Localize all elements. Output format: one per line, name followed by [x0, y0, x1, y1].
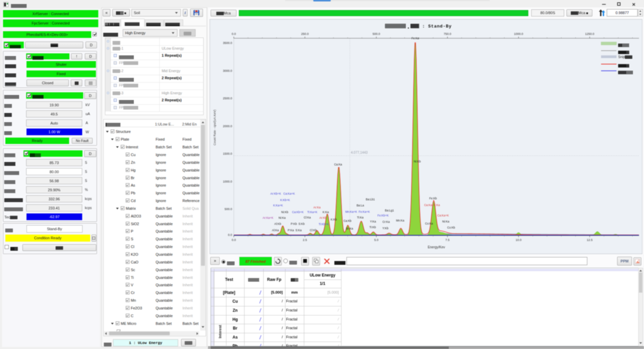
svg-text:Ca:Ka+K:Ka: Ca:Ka+K:Ka	[424, 203, 440, 207]
svg-text:Ar:Ka+K: Ar:Ka+K	[263, 216, 273, 219]
svg-text:3000.0: 3000.0	[223, 69, 232, 72]
svg-text:2500.0: 2500.0	[223, 97, 232, 100]
svg-text:Ti:Kb+K: Ti:Kb+K	[319, 222, 329, 226]
svg-text:Ca:Kb: Ca:Kb	[343, 219, 352, 222]
svg-text:Mn:Ka+K: Mn:Ka+K	[345, 210, 357, 213]
svg-text:0.0: 0.0	[228, 233, 232, 237]
svg-text:P:Ka: P:Ka	[288, 229, 294, 232]
svg-text:Mn:Ka: Mn:Ka	[396, 219, 405, 222]
svg-text:Ti:Ka: Ti:Ka	[357, 216, 364, 219]
svg-text:1000.0: 1000.0	[514, 32, 523, 36]
svg-text:K:Kb+K: K:Kb+K	[280, 198, 290, 202]
svg-text:1250.0: 1250.0	[585, 32, 594, 36]
svg-text:Ni:Ka: Ni:Ka	[279, 216, 286, 219]
svg-text:Fe:Kb: Fe:Kb	[429, 197, 437, 200]
svg-text:Ti:Kb: Ti:Kb	[369, 226, 376, 229]
svg-text:250.0: 250.0	[301, 32, 309, 36]
svg-text:Br:Ka: Br:Ka	[346, 227, 353, 230]
svg-text:Fe:Ka+K: Fe:Ka+K	[359, 210, 370, 213]
svg-text:Ti:Ka+K: Ti:Ka+K	[307, 210, 317, 214]
svg-text:5.0: 5.0	[374, 238, 379, 242]
svg-text:500.0: 500.0	[373, 32, 380, 36]
svg-text:Al:Kb: Al:Kb	[274, 222, 281, 226]
svg-text:10.0: 10.0	[516, 238, 522, 242]
svg-text:Cl:Ka: Cl:Ka	[304, 216, 311, 219]
svg-text:Ca:Kb+K: Ca:Kb+K	[292, 210, 304, 214]
svg-text:Ni:Kb: Ni:Kb	[414, 160, 421, 163]
svg-text:Ca:Ka+K: Ca:Ka+K	[437, 214, 449, 217]
svg-text:Energy/Kev: Energy/Kev	[428, 245, 445, 249]
svg-text:2000.0: 2000.0	[223, 124, 232, 128]
svg-text:7.5: 7.5	[445, 238, 450, 242]
svg-text:Ar:Ka: Ar:Ka	[313, 206, 321, 209]
svg-text:Ar:Kb+K: Ar:Kb+K	[270, 192, 281, 195]
svg-text:K:Ka: K:Ka	[323, 210, 329, 214]
svg-text:Cr:Ka: Cr:Ka	[382, 220, 390, 223]
svg-text:4.077,1443: 4.077,1443	[351, 151, 368, 154]
svg-text:1000.0: 1000.0	[223, 180, 232, 183]
svg-text:Y:Ka: Y:Ka	[370, 220, 376, 223]
svg-text:K:Ka+K: K:Ka+K	[273, 204, 283, 207]
svg-text:500.0: 500.0	[224, 207, 232, 211]
svg-text:Ba:Lg1: Ba:Lg1	[385, 209, 394, 212]
svg-text:12.5: 12.5	[587, 238, 593, 242]
svg-text:Ba:Lb1: Ba:Lb1	[366, 198, 375, 201]
svg-text:P:Kb: P:Kb	[291, 222, 297, 226]
svg-text:Ca:Ka+K: Ca:Ka+K	[283, 192, 295, 195]
svg-text:0.0: 0.0	[232, 238, 236, 242]
svg-text:2.5: 2.5	[303, 238, 307, 242]
svg-text:Co:Kb: Co:Kb	[447, 226, 455, 229]
svg-text:S:Ka: S:Ka	[296, 229, 302, 232]
svg-text:Ni:Ka: Ni:Ka	[442, 220, 449, 223]
svg-text:Al:Ka: Al:Ka	[272, 229, 279, 232]
svg-text:S:Kb: S:Kb	[299, 222, 305, 226]
svg-text:1500.0: 1500.0	[223, 152, 232, 155]
svg-text:Cl:Kb: Cl:Kb	[310, 229, 317, 232]
svg-text:Ni:Kb: Ni:Kb	[281, 210, 288, 214]
svg-text:Fe:Kb+K: Fe:Kb+K	[377, 214, 389, 217]
svg-text:750.0: 750.0	[444, 32, 451, 36]
svg-text:0.0: 0.0	[232, 32, 236, 36]
svg-text:3500.0: 3500.0	[223, 41, 232, 45]
svg-text:Ca:Ka: Ca:Ka	[334, 163, 342, 166]
svg-text:K:Kb: K:Kb	[331, 218, 337, 221]
svg-text:Ar:Kb: Ar:Kb	[319, 216, 327, 219]
svg-text:Co:Ka: Co:Ka	[425, 222, 433, 225]
svg-text:Ba:La: Ba:La	[357, 204, 364, 207]
svg-text:Y:Kb: Y:Kb	[382, 227, 388, 230]
svg-text:Fe:Ka: Fe:Ka	[412, 37, 419, 40]
